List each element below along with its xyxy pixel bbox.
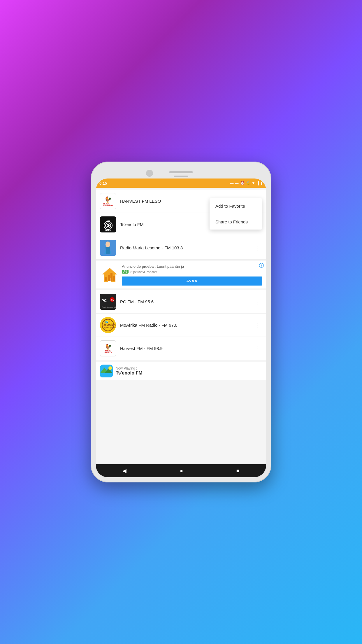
earpiece [174, 176, 188, 177]
moafrika-logo: COMMUNITY EMPOWERING 🌍 [100, 317, 116, 333]
now-playing-bar[interactable]: Now Playing : Ts'enolo FM [96, 362, 266, 380]
radio-list-bottom: PC FM Plenty balance still ahead PC FM -… [96, 290, 266, 360]
svg-text:Plenty balance still ahead: Plenty balance still ahead [102, 306, 116, 308]
harvest-989-name: Harvest FM - FM 98.9 [120, 346, 252, 351]
radio-list-top: 🐓 98.9MHzHarvest FM HARVEST FM LESO ⋮ Ad… [96, 190, 266, 260]
moafrika-menu-btn[interactable]: ⋮ [252, 321, 262, 329]
status-bar: 0:15 ▬ ▬ ⏰ 🔒 ▼ ▐ ▮ [96, 178, 266, 188]
radio-item-pcfm[interactable]: PC FM Plenty balance still ahead PC FM -… [96, 290, 266, 314]
lock-icon: 🔒 [246, 181, 250, 185]
pcfm-menu-btn[interactable]: ⋮ [252, 298, 262, 306]
svg-rect-13 [113, 276, 115, 281]
ad-banner: i Anuncio de prueba : Luurit päähän ja [96, 261, 266, 288]
maria-name: Radio Maria Lesotho - FM 103.3 [120, 245, 252, 250]
now-playing-station: Ts'enolo FM [116, 370, 262, 376]
alarm-icon: ⏰ [240, 181, 245, 185]
ad-subtitle: Sijoitusovi Podcast [130, 270, 157, 274]
ad-info-icon[interactable]: i [259, 263, 264, 268]
pcfm-logo: PC FM Plenty balance still ahead [100, 294, 116, 310]
ad-content: Anuncio de prueba : Luurit päähän ja Ad … [122, 264, 262, 286]
svg-point-29 [108, 366, 112, 370]
status-icons: ▬ ▬ ⏰ 🔒 ▼ ▐ ▮ [230, 181, 263, 185]
ad-logo [100, 265, 119, 284]
phone-frame: 0:15 ▬ ▬ ⏰ 🔒 ▼ ▐ ▮ 🐓 [91, 162, 271, 482]
svg-text:PC: PC [101, 298, 107, 303]
signal-icon: ▐ [256, 181, 259, 185]
nav-back-button[interactable]: ◀ [117, 465, 132, 476]
sim-icon: ▬ [235, 181, 239, 185]
nav-bar: ◀ ● ■ [96, 464, 266, 477]
nav-recent-button[interactable]: ■ [231, 466, 245, 476]
moafrika-name: MoAfrika FM Radio - FM 97.0 [120, 323, 252, 328]
radio-item-harvest-leso[interactable]: 🐓 98.9MHzHarvest FM HARVEST FM LESO ⋮ Ad… [96, 190, 266, 213]
svg-text:🌍: 🌍 [105, 321, 108, 323]
ad-open-button[interactable]: AVAA [122, 276, 262, 286]
harvest-989-menu-btn[interactable]: ⋮ [252, 344, 262, 353]
battery-icon: ▬ [230, 181, 234, 185]
svg-rect-11 [108, 275, 110, 281]
svg-text:COMMUNITY: COMMUNITY [103, 324, 116, 326]
maria-menu-btn[interactable]: ⋮ [252, 244, 262, 252]
speaker [169, 171, 193, 173]
context-menu: Add to Favorite Share to Friends [210, 198, 262, 230]
svg-rect-10 [105, 277, 107, 281]
harvest-989-logo: 🐓 98.9MHzHarvest FM [100, 340, 116, 356]
maria-logo [100, 240, 116, 256]
radio-item-harvest-989[interactable]: 🐓 98.9MHzHarvest FM Harvest FM - FM 98.9… [96, 337, 266, 360]
tsenolo-logo: 104.6 FM [100, 216, 116, 232]
now-playing-label: Now Playing : [116, 366, 262, 370]
content-area: 🐓 98.9MHzHarvest FM HARVEST FM LESO ⋮ Ad… [96, 188, 266, 464]
ad-title: Anuncio de prueba : Luurit päähän ja [122, 264, 262, 269]
add-to-favorite-btn[interactable]: Add to Favorite [210, 198, 262, 214]
screen: 0:15 ▬ ▬ ⏰ 🔒 ▼ ▐ ▮ 🐓 [96, 178, 266, 477]
svg-point-8 [106, 242, 110, 247]
nav-home-button[interactable]: ● [174, 466, 189, 476]
ad-badge-row: Ad Sijoitusovi Podcast [122, 270, 262, 274]
svg-text:FM: FM [111, 299, 115, 301]
svg-text:EMPOWERING: EMPOWERING [104, 326, 116, 328]
svg-point-4 [108, 225, 109, 226]
svg-text:FM: FM [107, 220, 110, 222]
share-to-friends-btn[interactable]: Share to Friends [210, 214, 262, 230]
now-playing-app-icon [100, 365, 113, 377]
radio-item-maria[interactable]: Radio Maria Lesotho - FM 103.3 ⋮ [96, 236, 266, 260]
radio-item-moafrika[interactable]: COMMUNITY EMPOWERING 🌍 MoAfrika FM Radio… [96, 314, 266, 337]
harvest-leso-logo: 🐓 98.9MHzHarvest FM [100, 193, 116, 209]
front-camera [146, 170, 153, 177]
svg-text:104.6: 104.6 [105, 229, 111, 232]
pcfm-name: PC FM - FM 95.6 [120, 299, 252, 304]
status-time: 0:15 [99, 181, 107, 186]
svg-rect-12 [110, 273, 113, 281]
now-playing-text: Now Playing : Ts'enolo FM [116, 366, 262, 376]
svg-rect-28 [100, 373, 113, 377]
ad-badge: Ad [122, 270, 129, 274]
battery-full-icon: ▮ [261, 181, 263, 185]
wifi-icon: ▼ [252, 181, 255, 185]
